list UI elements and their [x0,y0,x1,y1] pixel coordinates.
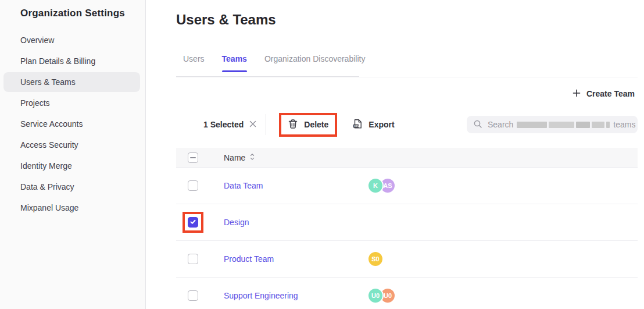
tab-label: Teams [222,54,247,63]
row-checkbox-cell [188,290,224,301]
avatar-group: U0U0 [367,287,638,304]
row-checkbox-cell [188,217,224,228]
sidebar-item-label: Projects [20,98,50,108]
tab-label: Organization Discoverability [264,54,366,63]
trash-icon [288,119,298,131]
search-placeholder-suffix: teams [613,120,635,129]
team-name-link[interactable]: Data Team [224,181,263,190]
row-checkbox[interactable] [188,254,198,264]
search-placeholder: Search teams [488,120,635,129]
plus-icon [573,89,581,99]
table-row: Support EngineeringU0U0 [176,278,638,309]
team-name-cell: Support Engineering [224,290,367,301]
indeterminate-dash-icon [190,157,196,158]
row-checkbox[interactable] [188,217,198,228]
toolbar: 1 Selected Delete CSV Export [176,111,638,138]
page-title: Users & Teams [176,12,638,28]
main-content: Users & Teams UsersTeamsOrganization Dis… [146,0,644,309]
avatar: K [367,177,384,194]
tab-users[interactable]: Users [183,54,205,76]
header-checkbox-cell [188,152,224,163]
close-icon [249,119,256,130]
avatar-group: S0 [367,251,638,267]
sidebar-item-label: Service Accounts [20,119,83,129]
sort-icon [250,153,255,162]
row-checkbox-cell [188,180,224,191]
sidebar-item-label: Overview [20,35,54,45]
sidebar-item-label: Data & Privacy [20,182,74,191]
team-name-link[interactable]: Design [224,218,249,227]
annotation-box-checkbox [183,212,203,233]
row-checkbox[interactable] [188,180,198,191]
delete-label: Delete [304,120,328,129]
organization-settings-page: { "sidebar": { "title": "Organization Se… [0,0,644,309]
sidebar-item-label: Plan Details & Billing [20,56,95,66]
search-icon [474,120,482,130]
tab-teams[interactable]: Teams [222,54,247,76]
search-input[interactable]: Search teams [467,116,638,133]
avatar-group: KAS [367,177,638,194]
annotation-box-delete: Delete [279,113,337,137]
search-placeholder-prefix: Search [488,120,513,129]
row-checkbox[interactable] [188,290,198,301]
sidebar-item-overview[interactable]: Overview [3,30,140,50]
selection-group: 1 Selected [203,119,256,130]
sidebar-item-access-security[interactable]: Access Security [3,135,140,155]
create-team-label: Create Team [586,89,635,98]
name-header-label: Name [224,153,245,162]
selection-count-label: 1 Selected [203,120,244,129]
sidebar-item-data-privacy[interactable]: Data & Privacy [3,177,140,197]
team-name-cell: Design [224,217,367,228]
avatar: U0 [367,287,384,304]
table-body: Data TeamKASDesignProduct TeamS0Support … [176,168,638,309]
team-name-cell: Product Team [224,254,367,264]
create-team-button[interactable]: Create Team [573,89,635,99]
table-row: Design [176,204,638,241]
sidebar-item-label: Access Security [20,140,78,150]
table-row: Product TeamS0 [176,241,638,278]
teams-table: Name Data TeamKASDesignProduct TeamS0Sup… [176,148,638,309]
team-name-link[interactable]: Support Engineering [224,291,298,300]
avatar: S0 [367,251,384,267]
tab-bar: UsersTeamsOrganization Discoverability [176,54,638,76]
sidebar-nav: OverviewPlan Details & BillingUsers & Te… [0,30,145,218]
sidebar-item-mixpanel-usage[interactable]: Mixpanel Usage [3,198,140,218]
csv-file-icon: CSV [352,119,363,131]
sidebar-item-identity-merge[interactable]: Identity Merge [3,156,140,176]
sidebar-item-label: Mixpanel Usage [20,203,78,212]
table-row: Data TeamKAS [176,168,638,204]
svg-text:CSV: CSV [354,125,359,127]
sidebar-item-projects[interactable]: Projects [3,93,140,113]
clear-selection-button[interactable] [249,119,256,130]
sidebar-item-plan-details-billing[interactable]: Plan Details & Billing [3,51,140,71]
row-checkbox-cell [188,254,224,264]
tab-label: Users [183,54,205,63]
table-header-row: Name [176,148,638,168]
tab-organization-discoverability[interactable]: Organization Discoverability [264,54,366,76]
team-name-link[interactable]: Product Team [224,254,274,264]
select-all-checkbox[interactable] [188,152,198,163]
toolbar-divider [266,114,266,135]
redacted-placeholder-text [517,122,610,128]
tabs-row: UsersTeamsOrganization Discoverability [176,54,638,77]
sidebar-item-users-teams[interactable]: Users & Teams [3,72,140,92]
name-column-header[interactable]: Name [224,153,367,162]
create-team-row: Create Team [176,77,638,110]
delete-button[interactable]: Delete [288,119,328,131]
team-name-cell: Data Team [224,180,367,191]
sidebar-item-service-accounts[interactable]: Service Accounts [3,114,140,134]
sidebar: Organization Settings OverviewPlan Detai… [0,0,146,309]
sidebar-item-label: Users & Teams [20,77,76,87]
export-button[interactable]: CSV Export [352,119,394,131]
sidebar-title: Organization Settings [20,8,145,19]
sidebar-item-label: Identity Merge [20,161,72,171]
check-icon [189,217,196,228]
export-label: Export [368,120,394,129]
